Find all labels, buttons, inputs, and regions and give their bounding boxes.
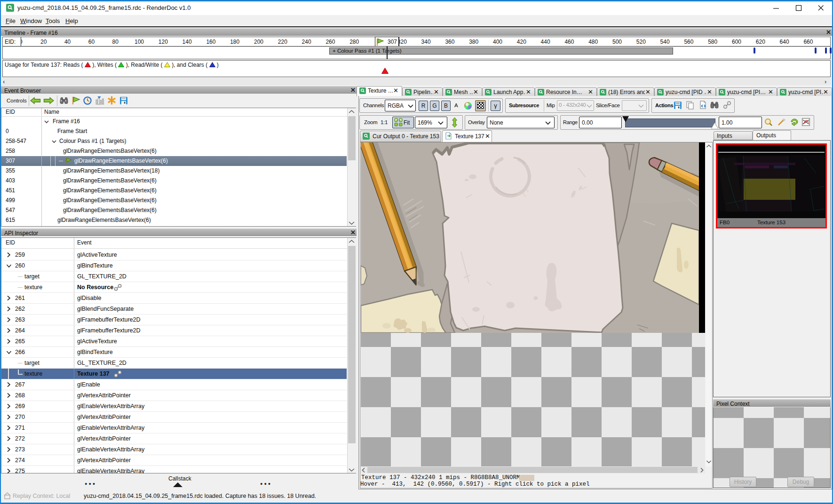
svg-text:Texture 153: Texture 153 [757,220,785,225]
svg-text:FB0: FB0 [720,220,730,225]
